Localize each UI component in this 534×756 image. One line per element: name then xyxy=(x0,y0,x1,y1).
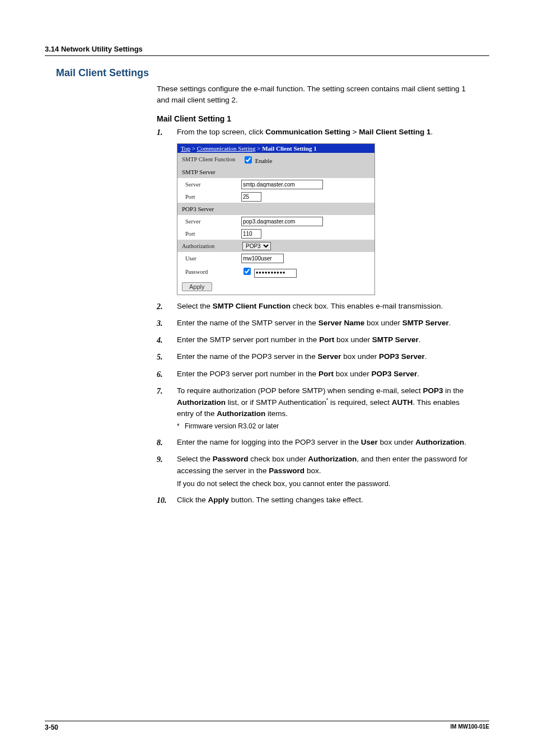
breadcrumb-current: Mail Client Setting 1 xyxy=(262,145,316,152)
step-number: 6. xyxy=(157,368,163,380)
step-number: 3. xyxy=(157,318,163,329)
text: items. xyxy=(265,409,288,418)
text: box. xyxy=(305,466,321,475)
breadcrumb: Top > Communication Setting > Mail Clien… xyxy=(177,144,374,153)
text: check box. This enables e-mail transmiss… xyxy=(291,302,443,310)
text: . xyxy=(425,352,427,361)
step-number: 10. xyxy=(157,494,167,506)
apply-button[interactable]: Apply xyxy=(182,282,212,291)
bold: Port xyxy=(319,335,334,344)
pop3-server-section: POP3 Server xyxy=(177,203,374,215)
step-number: 1. xyxy=(157,127,163,138)
text: Enter the SMTP server port number in the xyxy=(177,335,319,344)
step-number: 9. xyxy=(157,454,163,465)
text: Select the xyxy=(177,455,213,463)
bold: User xyxy=(361,438,378,446)
authorization-select[interactable]: POP3 xyxy=(242,242,271,250)
text: . xyxy=(430,128,433,136)
text: From the top screen, click xyxy=(177,128,265,136)
label: Server xyxy=(183,218,241,225)
bold: Port xyxy=(318,370,334,378)
text: box under xyxy=(378,438,416,446)
step-5: 5. Enter the name of the POP3 server in … xyxy=(157,351,472,362)
text: . xyxy=(464,438,466,446)
smtp-server-input[interactable] xyxy=(241,180,323,189)
smtp-server-row: Server xyxy=(177,178,374,190)
text: in the xyxy=(443,386,464,395)
text: list, or if SMTP Authentication xyxy=(226,398,326,407)
text: > xyxy=(255,145,262,152)
text: . xyxy=(419,335,421,344)
breadcrumb-top-link[interactable]: Top xyxy=(181,145,190,152)
bold: Communication Setting xyxy=(265,128,350,136)
pop3-port-input[interactable] xyxy=(241,229,261,239)
page-footer: 3-50 IM MW100-01E xyxy=(45,721,489,731)
smtp-port-row: Port xyxy=(177,190,374,203)
text: . xyxy=(417,370,419,378)
bold: Authorization xyxy=(308,455,357,463)
text: Enter the name of the POP3 server in the xyxy=(177,352,317,361)
section-header: 3.14 Network Utility Settings xyxy=(45,45,489,56)
smtp-client-function-row: SMTP Client Function Enable xyxy=(177,153,374,166)
step-2: 2. Select the SMTP Client Function check… xyxy=(157,301,472,312)
authorization-section: Authorization POP3 xyxy=(177,240,374,252)
password-row: Password ●●●●●●●●●● xyxy=(177,264,374,278)
note: If you do not select the check box, you … xyxy=(177,478,472,489)
bold: POP3 Server xyxy=(379,352,425,361)
smtp-port-input[interactable] xyxy=(241,192,261,202)
bold: Password xyxy=(213,455,249,463)
bold: POP3 xyxy=(423,386,443,395)
bold: SMTP Client Function xyxy=(213,302,291,310)
text: is required, select xyxy=(328,398,391,407)
footnote: *Firmware version R3.02 or later xyxy=(177,421,472,431)
bold: Authorization xyxy=(217,409,265,418)
sub-heading: Mail Client Setting 1 xyxy=(157,114,489,123)
step-number: 8. xyxy=(157,437,163,449)
smtp-server-section: SMTP Server xyxy=(177,166,374,178)
text: button. The setting changes take effect. xyxy=(229,496,363,504)
text: box under xyxy=(364,319,402,327)
text: box under xyxy=(334,335,372,344)
password-checkbox[interactable] xyxy=(243,268,251,275)
steps-list: 1. From the top screen, click Communicat… xyxy=(157,127,472,138)
step-9: 9. Select the Password check box under A… xyxy=(157,454,472,489)
intro-text: These settings configure the e-mail func… xyxy=(157,83,472,105)
bold: POP3 Server xyxy=(371,370,417,378)
label: Port xyxy=(183,231,241,237)
bold: SMTP Server xyxy=(402,319,449,327)
breadcrumb-comm-link[interactable]: Communication Setting xyxy=(197,145,256,152)
pop3-server-input[interactable] xyxy=(241,217,323,226)
text: Click the xyxy=(177,496,208,504)
bold: Server xyxy=(317,352,341,361)
step-number: 2. xyxy=(157,301,163,312)
text: check box under xyxy=(249,455,308,463)
text: Enter the POP3 server port number in the xyxy=(177,370,318,378)
text: Select the xyxy=(177,302,213,310)
step-8: 8. Enter the name for logging into the P… xyxy=(157,437,472,448)
user-row: User xyxy=(177,252,374,264)
text: Firmware version R3.02 or later xyxy=(185,422,279,430)
bold: SMTP Server xyxy=(372,335,419,344)
user-input[interactable] xyxy=(241,254,284,263)
step-3: 3. Enter the name of the SMTP server in … xyxy=(157,318,472,329)
label: Password xyxy=(183,269,241,275)
label: Authorization xyxy=(182,243,242,249)
text: box under xyxy=(341,352,379,361)
step-1: 1. From the top screen, click Communicat… xyxy=(157,127,472,138)
text: To require authorization (POP before SMT… xyxy=(177,386,423,395)
label: Enable xyxy=(255,157,273,164)
enable-checkbox[interactable] xyxy=(245,156,252,164)
text: > xyxy=(190,145,197,152)
label: User xyxy=(183,255,241,262)
bold: AUTH xyxy=(392,398,413,407)
step-4: 4. Enter the SMTP server port number in … xyxy=(157,334,472,346)
bold: Mail Client Setting 1 xyxy=(359,128,430,136)
text: > xyxy=(350,128,359,136)
text: Enter the name of the SMTP server in the xyxy=(177,319,318,327)
label: Port xyxy=(183,194,241,200)
step-7: 7. To require authorization (POP before … xyxy=(157,385,472,431)
step-number: 4. xyxy=(157,334,163,346)
password-input[interactable]: ●●●●●●●●●● xyxy=(254,269,297,278)
step-6: 6. Enter the POP3 server port number in … xyxy=(157,368,472,380)
bold: Authorization xyxy=(415,438,464,446)
